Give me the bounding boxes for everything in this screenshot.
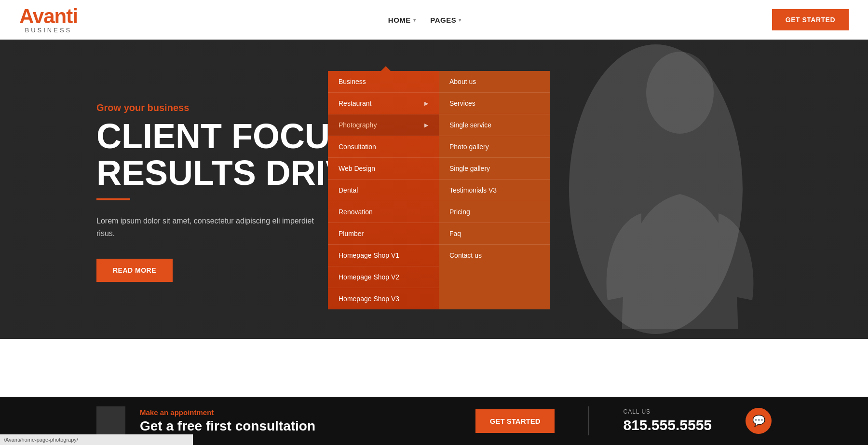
footer-call-label: CALL US: [623, 408, 712, 415]
hero-title-line1: CLIENT FOCUS: [96, 118, 353, 155]
dropdown-item-faq[interactable]: Faq: [439, 223, 550, 245]
footer-chat-button[interactable]: 💬: [746, 408, 772, 434]
dropdown-item-plumber[interactable]: Plumber: [328, 223, 439, 245]
footer-get-started-button[interactable]: GET STARTED: [475, 409, 555, 433]
dropdown-menu: Business Restaurant ▶ Photography ▶ Cons…: [328, 71, 550, 309]
hero-description: Lorem ipsum dolor sit amet, consectetur …: [96, 215, 328, 239]
dropdown-item-pricing[interactable]: Pricing: [439, 201, 550, 223]
dropdown-item-photography[interactable]: Photography ▶: [328, 114, 439, 136]
dropdown-primary-panel: Business Restaurant ▶ Photography ▶ Cons…: [328, 71, 439, 309]
dropdown-item-renovation[interactable]: Renovation: [328, 201, 439, 223]
dropdown-item-dental[interactable]: Dental: [328, 180, 439, 201]
chevron-right-icon: ▶: [424, 122, 428, 128]
logo-sub: BUSINESS: [25, 27, 72, 34]
hero-figure-svg: [564, 49, 796, 339]
hero-divider: [96, 198, 130, 200]
footer-make-appointment-label: Make an appointment: [140, 408, 461, 417]
dropdown-item-single-gallery[interactable]: Single gallery: [439, 158, 550, 180]
hero-section: Grow your business CLIENT FOCUS RESULTS …: [0, 40, 868, 339]
header: Avanti BUSINESS HOME ▾ PAGES ▾ GET START…: [0, 0, 868, 40]
dropdown-item-contact[interactable]: Contact us: [439, 245, 550, 266]
footer-icon-box: [96, 406, 125, 435]
logo[interactable]: Avanti BUSINESS: [19, 6, 78, 34]
dropdown-item-business[interactable]: Business: [328, 71, 439, 93]
dropdown-item-consultation[interactable]: Consultation: [328, 136, 439, 158]
dropdown-secondary-panel: About us Services Single service Photo g…: [439, 71, 550, 309]
hero-title-line2: RESULTS DRIV: [96, 155, 353, 192]
dropdown-item-restaurant[interactable]: Restaurant ▶: [328, 93, 439, 114]
browser-status-bar: /Avanti/home-page-photograpy/: [0, 434, 193, 445]
logo-name: Avanti: [19, 6, 78, 27]
nav-pages[interactable]: PAGES ▾: [430, 16, 461, 24]
header-get-started-button[interactable]: GET STARTED: [772, 9, 849, 30]
chat-icon: 💬: [752, 415, 765, 427]
chevron-down-icon: ▾: [413, 17, 416, 23]
footer-text-area: Make an appointment Get a free first con…: [140, 408, 461, 434]
dropdown-item-shop-v3[interactable]: Homepage Shop V3: [328, 288, 439, 309]
footer-phone: 815.555.5555: [623, 417, 712, 433]
dropdown-item-shop-v1[interactable]: Homepage Shop V1: [328, 245, 439, 266]
dropdown-item-photo-gallery[interactable]: Photo gallery: [439, 136, 550, 158]
svg-point-0: [646, 52, 714, 134]
hero-title: CLIENT FOCUS RESULTS DRIV: [96, 118, 353, 191]
dropdown-item-testimonials[interactable]: Testimonials V3: [439, 180, 550, 201]
dropdown-item-services[interactable]: Services: [439, 93, 550, 114]
chevron-down-icon: ▾: [459, 17, 461, 23]
dropdown-item-single-service[interactable]: Single service: [439, 114, 550, 136]
chevron-right-icon: ▶: [424, 100, 428, 107]
nav-home[interactable]: HOME ▾: [388, 16, 416, 24]
main-nav: HOME ▾ PAGES ▾: [388, 16, 461, 24]
footer-free-consult-label: Get a free first consultation: [140, 418, 461, 434]
hero-content: Grow your business CLIENT FOCUS RESULTS …: [96, 102, 353, 282]
hero-tagline: Grow your business: [96, 102, 353, 113]
dropdown-item-about[interactable]: About us: [439, 71, 550, 93]
read-more-button[interactable]: READ MORE: [96, 259, 173, 282]
dropdown-item-shop-v2[interactable]: Homepage Shop V2: [328, 266, 439, 288]
footer-divider: [588, 406, 589, 435]
dropdown-item-webdesign[interactable]: Web Design: [328, 158, 439, 180]
status-url: /Avanti/home-page-photograpy/: [4, 437, 78, 443]
footer-call-area: CALL US 815.555.5555: [623, 408, 712, 433]
